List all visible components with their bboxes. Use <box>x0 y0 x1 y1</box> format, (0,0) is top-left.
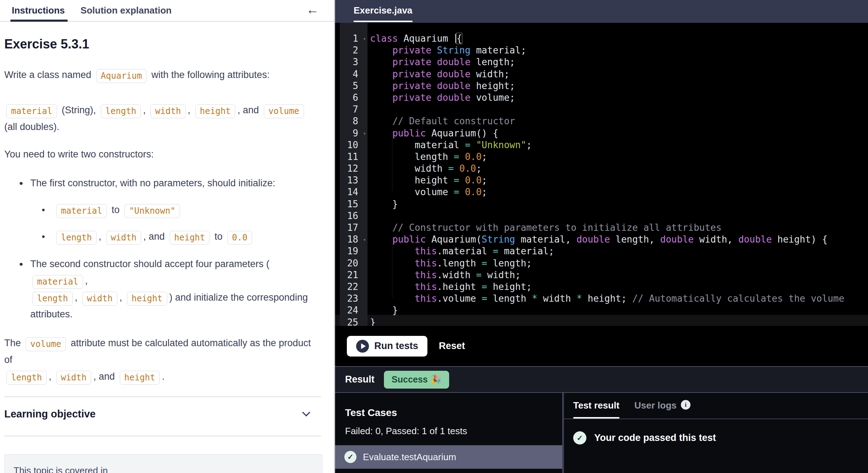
code-line[interactable]: } <box>370 305 868 317</box>
inline-code-chip: width <box>82 292 117 306</box>
code-line[interactable]: this.volume = length * width * height; /… <box>370 293 868 305</box>
code-line[interactable]: material = "Unknown"; <box>370 140 868 151</box>
line-number: 18▾ <box>340 234 368 246</box>
code-line[interactable]: class Aquarium { <box>370 33 868 45</box>
test-cases-panel: Test Cases Failed: 0, Passed: 1 of 1 tes… <box>335 393 564 473</box>
code-line[interactable]: private double volume; <box>370 92 868 104</box>
line-number: 4 <box>340 69 368 80</box>
bullet-item-first-constructor: The first constructor, with no parameter… <box>4 175 321 245</box>
line-number: 14 <box>340 187 368 198</box>
indent-guide <box>392 238 392 297</box>
code-line[interactable]: this.height = height; <box>370 281 868 293</box>
sub-bullet-dimensions: length, width, and height to 0.0 <box>30 228 321 245</box>
line-number: 25 <box>340 317 368 326</box>
instructions-panel: Instructions Solution explanation ← Exer… <box>0 0 335 473</box>
test-cases-summary: Failed: 0, Passed: 1 of 1 tests <box>345 426 562 437</box>
inline-code-chip: width <box>150 104 185 118</box>
sub-bullet-material: material to "Unknown" <box>30 202 321 218</box>
code-line[interactable]: private double height; <box>370 80 868 92</box>
code-line[interactable]: private double length; <box>370 57 868 68</box>
test-result-panel: Test result User logs Your code passed t… <box>564 393 868 473</box>
result-bar: Result Success 🎉 <box>335 366 868 393</box>
divider <box>4 396 321 397</box>
run-tests-button[interactable]: Run tests <box>347 336 427 357</box>
topic-covered-box: This topic is covered in Lecture 11: Les… <box>4 454 323 473</box>
code-line[interactable] <box>370 210 868 222</box>
code-line[interactable]: this.width = width; <box>370 270 868 281</box>
code-line[interactable]: this.material = material; <box>370 246 868 258</box>
code-line[interactable]: length = 0.0; <box>370 151 868 163</box>
editor-tab-bar: Exercise.java <box>335 0 868 23</box>
inline-code-chip: length <box>6 371 47 385</box>
line-number: 10 <box>340 140 368 151</box>
code-line[interactable]: private String material; <box>370 45 868 57</box>
tab-solution-explanation[interactable]: Solution explanation <box>81 0 172 21</box>
tab-instructions[interactable]: Instructions <box>12 0 65 21</box>
code-editor[interactable]: 1▾23456789▾101112131415161718▾1920212223… <box>335 23 868 326</box>
learning-objective-header[interactable]: Learning objective <box>4 404 321 424</box>
line-number: 23 <box>340 293 368 305</box>
line-number: 15 <box>340 199 368 210</box>
test-result-tab-bar: Test result User logs <box>564 393 868 419</box>
learning-objective-title: Learning objective <box>4 408 96 420</box>
result-label: Result <box>345 374 375 385</box>
test-case-name: Evaluate.testAquarium <box>363 452 456 463</box>
reset-button[interactable]: Reset <box>439 341 465 352</box>
inline-code-chip: material <box>32 275 83 289</box>
inline-code-chip: material <box>6 104 57 118</box>
code-line[interactable]: } <box>370 317 868 326</box>
fold-arrow-icon[interactable]: ▾ <box>363 130 366 137</box>
line-number: 6 <box>340 92 368 104</box>
test-case-row[interactable]: Evaluate.testAquarium <box>335 445 562 469</box>
indent-guide <box>392 132 392 191</box>
bullet-text: The first constructor, with no parameter… <box>30 175 321 192</box>
tab-user-logs[interactable]: User logs <box>635 400 691 419</box>
code-line[interactable]: public Aquarium() { <box>370 128 868 140</box>
code-line[interactable]: // Constructor with parameters to initia… <box>370 222 868 234</box>
line-number: 21 <box>340 270 368 281</box>
tab-test-result[interactable]: Test result <box>573 400 620 419</box>
code-line[interactable]: volume = 0.0; <box>370 187 868 198</box>
fold-arrow-icon[interactable]: ▾ <box>363 236 366 243</box>
code-line[interactable]: height = 0.0; <box>370 175 868 187</box>
inline-code-chip: width <box>106 231 141 245</box>
editor-gutter: 1▾23456789▾101112131415161718▾1920212223… <box>340 23 368 326</box>
play-icon <box>356 340 369 353</box>
line-number: 11 <box>340 151 368 163</box>
attributes-paragraph: material (String), length, width, height… <box>4 102 321 135</box>
inline-code-chip: "Unknown" <box>124 204 180 218</box>
chevron-down-icon <box>302 409 310 417</box>
exercise-title: Exercise 5.3.1 <box>4 37 321 52</box>
bullet-list: The first constructor, with no parameter… <box>4 175 321 323</box>
line-number: 22 <box>340 281 368 293</box>
inline-code-chip: length <box>101 104 141 118</box>
code-line[interactable] <box>370 104 868 116</box>
code-line[interactable]: private double width; <box>370 69 868 80</box>
test-result-content: Your code passed this test <box>573 431 868 445</box>
editor-panel: Exercise.java 1▾23456789▾101112131415161… <box>335 0 868 473</box>
line-number: 8 <box>340 116 368 128</box>
code-line[interactable]: } <box>370 199 868 210</box>
check-icon <box>573 431 586 445</box>
code-line[interactable]: // Default constructor <box>370 116 868 128</box>
run-tests-label: Run tests <box>374 341 418 352</box>
bullet-item-second-constructor: The second constructor should accept fou… <box>4 256 321 323</box>
code-line[interactable]: width = 0.0; <box>370 163 868 175</box>
covered-lead-text: This topic is covered in <box>14 465 322 473</box>
info-icon <box>681 400 690 410</box>
fold-arrow-icon[interactable]: ▾ <box>363 36 366 42</box>
instruction-paragraph: Write a class named Aquarium with the fo… <box>4 67 321 83</box>
code-line[interactable]: this.length = length; <box>370 258 868 270</box>
tab-exercise-java[interactable]: Exercise.java <box>354 0 412 22</box>
user-logs-label: User logs <box>635 400 677 411</box>
inline-code-chip: length <box>56 231 97 245</box>
line-number: 24 <box>340 305 368 317</box>
check-icon <box>344 451 356 463</box>
code-line[interactable]: public Aquarium(String material, double … <box>370 234 868 246</box>
inline-code-chip: height <box>120 371 160 385</box>
editor-code[interactable]: class Aquarium { private String material… <box>368 23 868 326</box>
line-number: 1▾ <box>340 33 368 45</box>
left-tab-bar: Instructions Solution explanation ← <box>0 0 334 22</box>
back-arrow-icon[interactable]: ← <box>306 2 319 17</box>
line-number: 13 <box>340 175 368 187</box>
